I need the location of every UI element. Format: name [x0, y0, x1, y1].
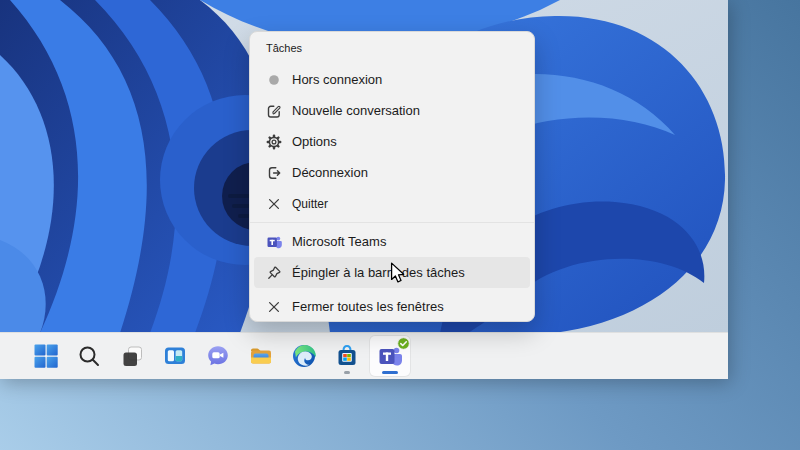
offline-status-dot-icon	[266, 72, 282, 88]
widgets-icon	[162, 343, 188, 369]
menu-separator	[250, 222, 534, 223]
menu-item-label: Microsoft Teams	[292, 234, 386, 249]
teams-active-indicator	[382, 371, 398, 374]
search-button[interactable]	[69, 336, 109, 376]
chat-icon	[205, 343, 231, 369]
menu-item-deconnexion[interactable]: Déconnexion	[254, 157, 530, 188]
close-x-icon	[266, 299, 282, 315]
store-running-indicator	[344, 371, 350, 374]
menu-item-nouvelle-conversation[interactable]: Nouvelle conversation	[254, 95, 530, 126]
menu-item-label: Hors connexion	[292, 72, 382, 87]
windows-logo-icon	[34, 344, 58, 368]
green-check-badge-icon	[397, 337, 410, 350]
menu-item-label: Fermer toutes les fenêtres	[292, 299, 444, 314]
menu-item-label: Quitter	[292, 197, 328, 211]
microsoft-store-button[interactable]	[327, 336, 367, 376]
task-view-button[interactable]	[112, 336, 152, 376]
sign-out-icon	[266, 165, 282, 181]
menu-item-fermer-fenetres[interactable]: Fermer toutes les fenêtres	[254, 291, 530, 322]
pin-icon	[266, 265, 282, 281]
close-x-icon	[266, 196, 282, 212]
search-icon	[77, 344, 101, 368]
microsoft-teams-button[interactable]	[370, 336, 410, 376]
menu-item-options[interactable]: Options	[254, 126, 530, 157]
mouse-cursor	[390, 262, 407, 285]
menu-item-quitter[interactable]: Quitter	[254, 188, 530, 219]
teams-logo-icon	[266, 234, 282, 250]
taskbar-icon-group	[0, 333, 728, 379]
chat-button[interactable]	[198, 336, 238, 376]
file-explorer-icon	[248, 343, 274, 369]
file-explorer-button[interactable]	[241, 336, 281, 376]
menu-item-label: Nouvelle conversation	[292, 103, 420, 118]
widgets-button[interactable]	[155, 336, 195, 376]
edge-button[interactable]	[284, 336, 324, 376]
menu-item-label: Déconnexion	[292, 165, 368, 180]
menu-item-hors-connexion[interactable]: Hors connexion	[254, 64, 530, 95]
microsoft-store-icon	[334, 343, 360, 369]
menu-item-microsoft-teams[interactable]: Microsoft Teams	[254, 226, 530, 257]
menu-item-label: Épingler à la barre des tâches	[292, 265, 465, 280]
jump-list-section-header: Tâches	[266, 42, 534, 55]
compose-icon	[266, 103, 282, 119]
settings-gear-icon	[266, 134, 282, 150]
menu-item-label: Options	[292, 134, 337, 149]
taskbar	[0, 332, 728, 379]
task-view-icon	[120, 344, 145, 369]
edge-icon	[291, 343, 317, 369]
start-button[interactable]	[26, 336, 66, 376]
